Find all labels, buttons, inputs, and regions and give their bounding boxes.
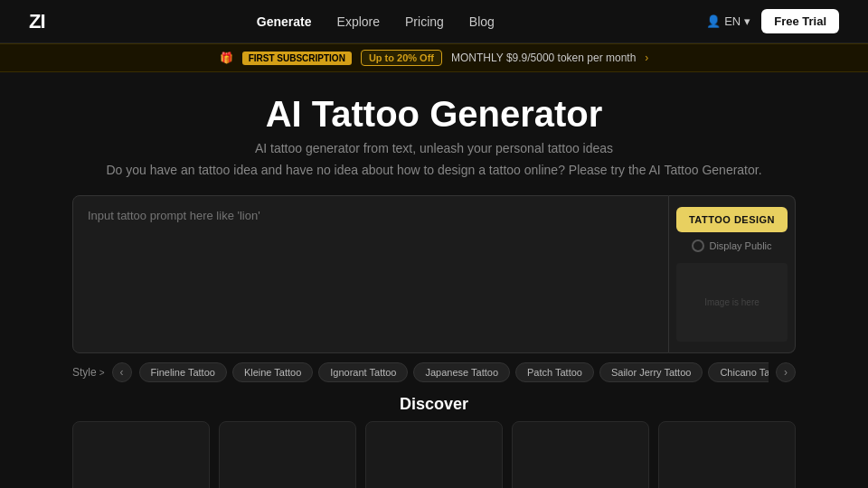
display-public-toggle[interactable]: Display Public [692, 239, 771, 252]
user-icon: 👤 [706, 14, 721, 28]
lang-label: EN [724, 14, 741, 28]
gift-icon: 🎁 [220, 52, 233, 64]
style-tag-chicano[interactable]: Chicano Tattoo [708, 362, 769, 382]
nav-explore[interactable]: Explore [337, 14, 380, 29]
style-tag-kleine[interactable]: Kleine Tattoo [232, 362, 313, 382]
prompt-input[interactable] [88, 209, 654, 340]
display-public-label: Display Public [709, 240, 771, 251]
style-scroll-left-button[interactable]: ‹ [112, 362, 132, 382]
toggle-icon [692, 239, 704, 252]
banner-text: MONTHLY $9.9/5000 token per month [451, 52, 636, 64]
style-tag-ignorant[interactable]: Ignorant Tattoo [318, 362, 408, 382]
nav-links: Generate Explore Pricing Blog [257, 14, 495, 29]
nav-blog[interactable]: Blog [469, 14, 495, 29]
nav-pricing[interactable]: Pricing [405, 14, 444, 29]
hero-section: AI Tattoo Generator AI tattoo generator … [0, 72, 868, 195]
style-tags-container: Fineline Tattoo Kleine Tattoo Ignorant T… [139, 362, 769, 382]
hero-title: AI Tattoo Generator [18, 94, 850, 134]
style-tag-japanese[interactable]: Japanese Tattoo [413, 362, 510, 382]
discover-card-2[interactable] [219, 421, 356, 488]
style-row: Style > ‹ Fineline Tattoo Kleine Tattoo … [0, 353, 868, 388]
promo-banner[interactable]: 🎁 FIRST SUBSCRIPTION Up to 20% Off MONTH… [0, 43, 868, 72]
nav-right: 👤 EN ▾ Free Trial [706, 9, 839, 33]
chevron-down-icon: ▾ [744, 14, 750, 28]
style-tag-patch[interactable]: Patch Tattoo [515, 362, 594, 382]
generator-area: TATTOO DESIGN Display Public Image is he… [0, 195, 868, 353]
style-scroll-right-button[interactable]: › [776, 362, 796, 382]
style-tag-sailor-jerry[interactable]: Sailor Jerry Tattoo [599, 362, 703, 382]
prompt-container [72, 195, 669, 353]
style-label: Style > [72, 366, 105, 379]
discover-grid [0, 421, 868, 488]
style-chevron-icon: > [99, 368, 105, 378]
logo: ZI [29, 10, 45, 33]
hero-subtitle: AI tattoo generator from text, unleash y… [18, 141, 850, 155]
discover-card-4[interactable] [512, 421, 649, 488]
image-preview: Image is here [676, 263, 788, 342]
discover-section: Discover [0, 388, 868, 488]
design-panel: TATTOO DESIGN Display Public Image is he… [669, 195, 796, 353]
discover-card-1[interactable] [72, 421, 210, 488]
navbar: ZI Generate Explore Pricing Blog 👤 EN ▾ … [0, 0, 868, 43]
discount-label: Up to 20% Off [361, 50, 442, 66]
nav-generate[interactable]: Generate [257, 14, 312, 29]
hero-question: Do you have an tattoo idea and have no i… [18, 163, 850, 177]
discover-card-5[interactable] [658, 421, 796, 488]
language-selector[interactable]: 👤 EN ▾ [706, 14, 750, 28]
discover-card-3[interactable] [365, 421, 503, 488]
style-tag-fineline[interactable]: Fineline Tattoo [139, 362, 227, 382]
free-trial-button[interactable]: Free Trial [761, 9, 839, 33]
subscription-badge: FIRST SUBSCRIPTION [242, 52, 352, 65]
tattoo-design-button[interactable]: TATTOO DESIGN [676, 207, 788, 232]
banner-arrow: › [645, 52, 648, 64]
discover-title: Discover [0, 395, 868, 414]
